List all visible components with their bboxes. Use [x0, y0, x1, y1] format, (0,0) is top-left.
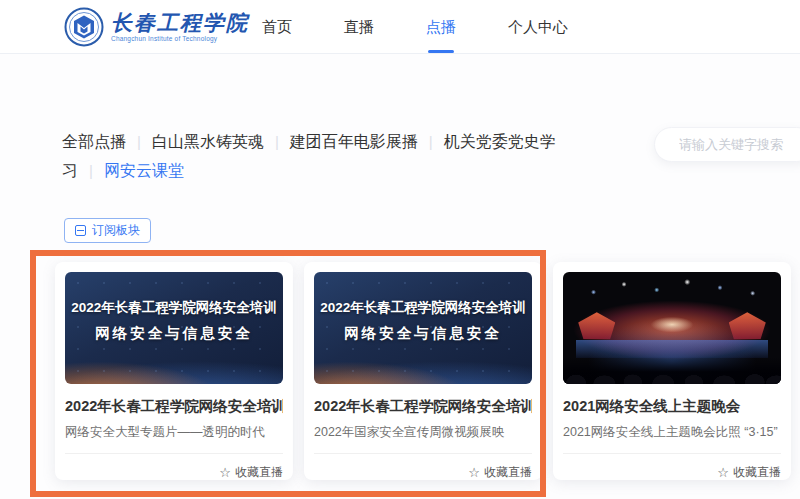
subscribe-icon [75, 225, 86, 236]
favorite-button[interactable]: ☆ 收藏直播 [65, 464, 283, 481]
card-divider [314, 453, 532, 454]
school-emblem-icon [64, 7, 104, 47]
favorite-button[interactable]: ☆ 收藏直播 [563, 464, 781, 481]
favorite-label: 收藏直播 [484, 464, 532, 481]
search-input[interactable] [679, 137, 799, 152]
video-thumbnail-stage-gala[interactable] [563, 272, 781, 384]
video-title: 2022年长春工程学院网络安全培训... [314, 397, 532, 416]
audience-silhouette [563, 357, 781, 384]
video-card-gala-2021[interactable]: 2021网络安全线上主题晚会 2021网络安全线上主题晚会比照 “3·15” .… [553, 262, 791, 480]
filter-all-vod[interactable]: 全部点播 [62, 133, 126, 150]
nav-home[interactable]: 首页 [259, 0, 295, 54]
video-thumbnail-cyber-security[interactable]: 2022年长春工程学院网络安全培训 网络安全与信息安全 [314, 272, 532, 384]
favorite-label: 收藏直播 [235, 464, 283, 481]
video-subtitle: 网络安全大型专题片——透明的时代 [65, 424, 283, 441]
thumbnail-title-line2: 网络安全与信息安全 [65, 324, 283, 343]
category-filter-bar: 全部点播|白山黑水铸英魂|建团百年电影展播|机关党委党史学习|网安云课堂 [62, 127, 592, 185]
star-icon: ☆ [468, 466, 480, 479]
card-divider [563, 453, 781, 454]
filter-separator: | [429, 133, 433, 150]
nav-live[interactable]: 直播 [341, 0, 377, 54]
school-logo[interactable]: 长春工程学院 Changchun Institute of Technology [64, 7, 249, 47]
active-tab-underline [428, 50, 454, 53]
card-divider [65, 453, 283, 454]
thumbnail-title-line2: 网络安全与信息安全 [314, 324, 532, 343]
school-name: 长春工程学院 [111, 12, 249, 34]
star-icon: ☆ [219, 466, 231, 479]
video-subtitle: 2021网络安全线上主题晚会比照 “3·15” ... [563, 424, 781, 441]
nav-personal-center[interactable]: 个人中心 [505, 0, 571, 54]
video-thumbnail-cyber-security[interactable]: 2022年长春工程学院网络安全培训 网络安全与信息安全 [65, 272, 283, 384]
filter-separator: | [137, 133, 141, 150]
video-card-security-training-2[interactable]: 2022年长春工程学院网络安全培训 网络安全与信息安全 2022年长春工程学院网… [304, 262, 542, 480]
video-subtitle: 2022年国家安全宣传周微视频展映 [314, 424, 532, 441]
filter-baishan-heishui[interactable]: 白山黑水铸英魂 [152, 133, 264, 150]
search-box [654, 127, 800, 162]
school-name-english: Changchun Institute of Technology [111, 35, 249, 42]
thumbnail-title-line1: 2022年长春工程学院网络安全培训 [65, 299, 283, 317]
header: 长春工程学院 Changchun Institute of Technology… [0, 0, 800, 54]
video-title: 2021网络安全线上主题晚会 [563, 397, 781, 416]
thumbnail-title-line1: 2022年长春工程学院网络安全培训 [314, 299, 532, 317]
video-card-security-training-1[interactable]: 2022年长春工程学院网络安全培训 网络安全与信息安全 2022年长春工程学院网… [55, 262, 293, 480]
star-icon: ☆ [717, 466, 729, 479]
nav-vod[interactable]: 点播 [423, 0, 459, 54]
subscribe-label: 订阅板块 [92, 222, 140, 239]
video-title: 2022年长春工程学院网络安全培训... [65, 397, 283, 416]
filter-separator: | [89, 162, 93, 179]
favorite-button[interactable]: ☆ 收藏直播 [314, 464, 532, 481]
filter-cyber-security-cloud-class[interactable]: 网安云课堂 [104, 162, 184, 179]
main-nav: 首页 直播 点播 个人中心 [259, 0, 571, 54]
subscribe-section-button[interactable]: 订阅板块 [64, 218, 151, 243]
filter-league-centenary-films[interactable]: 建团百年电影展播 [290, 133, 418, 150]
filter-separator: | [275, 133, 279, 150]
favorite-label: 收藏直播 [733, 464, 781, 481]
